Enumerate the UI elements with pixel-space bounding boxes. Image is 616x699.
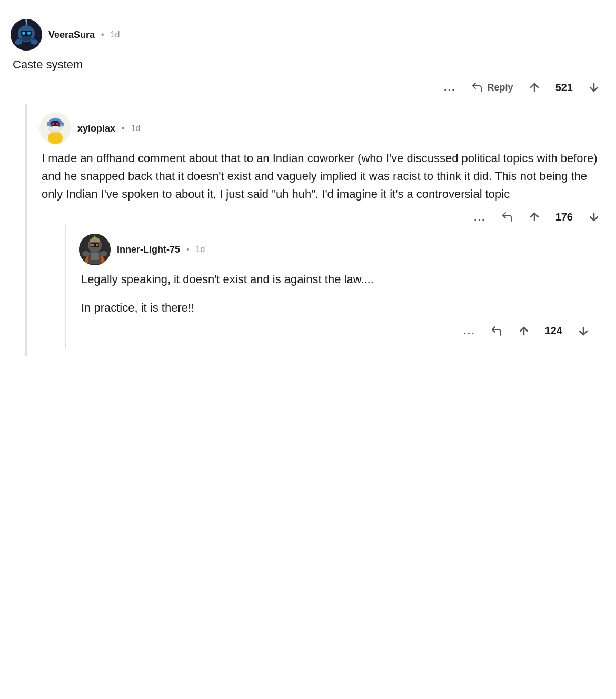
vote-count: 124 <box>545 325 562 337</box>
comment-thread: VeeraSura • 1d Caste system ... Reply <box>0 11 616 356</box>
svg-rect-22 <box>91 253 99 260</box>
comment-header: xyloplax • 1d <box>39 113 605 144</box>
svg-rect-29 <box>96 244 98 246</box>
downvote-button[interactable] <box>588 211 600 223</box>
svg-point-7 <box>25 19 27 22</box>
downvote-icon <box>588 81 600 94</box>
more-options-button[interactable]: ... <box>444 82 456 94</box>
comment-actions: ... Reply 521 <box>11 81 605 94</box>
reply-label: Reply <box>488 82 513 93</box>
dot-separator: • <box>186 245 190 254</box>
reply-icon <box>501 211 513 223</box>
upvote-button[interactable] <box>528 211 541 223</box>
username: VeeraSura <box>48 29 95 41</box>
svg-point-15 <box>52 123 55 125</box>
reply-icon <box>471 81 483 94</box>
comment-veerasura: VeeraSura • 1d Caste system ... Reply <box>0 11 616 104</box>
vote-count: 176 <box>555 211 573 223</box>
timestamp: 1d <box>196 245 205 254</box>
downvote-icon <box>577 325 590 337</box>
reply-button[interactable]: Reply <box>471 81 513 94</box>
svg-point-31 <box>100 251 107 256</box>
comment-text: Caste system <box>13 58 83 71</box>
svg-point-4 <box>22 32 25 35</box>
svg-point-11 <box>48 132 63 144</box>
dot-separator: • <box>122 124 125 133</box>
avatar <box>79 234 111 265</box>
timestamp: 1d <box>131 124 141 133</box>
more-options-button[interactable]: ... <box>474 211 486 223</box>
comment-xyloplax: xyloplax • 1d I made an offhand comment … <box>27 104 616 356</box>
upvote-icon <box>528 211 541 223</box>
svg-point-8 <box>15 39 22 45</box>
timestamp: 1d <box>111 30 120 39</box>
reply-icon <box>490 325 503 337</box>
avatar <box>39 113 71 144</box>
svg-point-17 <box>51 126 59 131</box>
comment-actions: ... 176 <box>39 211 605 223</box>
svg-point-9 <box>31 39 38 45</box>
downvote-button[interactable] <box>588 81 600 94</box>
comment-body: Legally speaking, it doesn't exist and i… <box>79 271 595 317</box>
upvote-button[interactable] <box>528 81 541 94</box>
comment-header: VeeraSura • 1d <box>11 19 605 51</box>
downvote-icon <box>588 211 600 223</box>
nested-comment-container-innerlight: Inner-Light-75 • 1d Legally speaking, it… <box>50 225 605 347</box>
comment-text-line2: In practice, it is there!! <box>81 299 595 317</box>
username: xyloplax <box>77 123 115 134</box>
avatar <box>11 19 42 51</box>
comment-body: I made an offhand comment about that to … <box>39 149 605 203</box>
svg-rect-19 <box>62 122 64 126</box>
reply-button[interactable] <box>501 211 513 223</box>
svg-point-5 <box>27 32 31 35</box>
nested-comment-container-xyloplax: xyloplax • 1d I made an offhand comment … <box>11 104 616 356</box>
upvote-icon <box>518 325 530 337</box>
reply-button[interactable] <box>490 325 503 337</box>
comment-body: Caste system <box>11 56 605 74</box>
svg-point-16 <box>56 123 59 125</box>
comment-text-line1: Legally speaking, it doesn't exist and i… <box>81 271 595 288</box>
username: Inner-Light-75 <box>117 244 180 255</box>
downvote-button[interactable] <box>577 325 590 337</box>
more-options-button[interactable]: ... <box>463 325 475 337</box>
comment-innerlight: Inner-Light-75 • 1d Legally speaking, it… <box>66 225 605 347</box>
svg-point-30 <box>82 251 90 256</box>
comment-actions: ... 124 <box>79 325 595 337</box>
svg-rect-28 <box>91 244 94 246</box>
dot-separator: • <box>101 30 104 39</box>
comment-header: Inner-Light-75 • 1d <box>79 234 595 265</box>
upvote-icon <box>528 81 541 94</box>
upvote-button[interactable] <box>518 325 530 337</box>
vote-count: 521 <box>555 82 573 94</box>
svg-rect-18 <box>47 122 49 126</box>
comment-text: I made an offhand comment about that to … <box>42 152 597 201</box>
